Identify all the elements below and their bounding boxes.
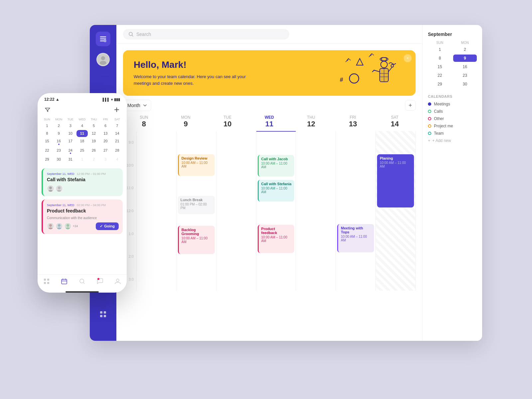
svg-rect-6 (104, 315, 106, 317)
svg-rect-4 (104, 311, 106, 314)
meetings-dot (428, 102, 431, 106)
svg-point-28 (49, 227, 53, 229)
search-placeholder: Search (136, 32, 151, 37)
close-banner-button[interactable]: × (404, 54, 412, 62)
event-call-stefania[interactable]: Call with Stefania 10:00 AM – 11:00 AM (258, 180, 295, 201)
today-mini[interactable]: 9 (453, 55, 477, 62)
mobile-add-button[interactable] (112, 105, 121, 114)
calendar-item-team[interactable]: Team (428, 131, 477, 136)
event-meeting-tops[interactable]: Meeting with Tops 10:00 AM – 11:00 AM (337, 224, 374, 252)
svg-line-42 (83, 283, 84, 284)
calendar-toolbar: Month + (116, 96, 422, 115)
svg-point-25 (58, 187, 61, 189)
mobile-toolbar (38, 104, 127, 117)
mobile-event-product-feedback[interactable]: September 11, WED 02:00 PM – 04:00 PM Pr… (42, 200, 123, 234)
other-dot (428, 117, 431, 120)
mobile-status-icons: ▌▌▌ ▾ ▮▮▮ (103, 97, 120, 102)
day-col-fri: FRI 13 (332, 115, 374, 128)
calendar-item-calls[interactable]: Calls (428, 109, 477, 114)
avatar-5 (64, 222, 71, 230)
mobile-bottom-nav (38, 274, 127, 290)
svg-rect-12 (382, 58, 386, 61)
day-col-11: Call with Jacob 10:00 AM – 11:00 AM Call… (256, 131, 296, 291)
team-dot (428, 132, 431, 135)
event-design-review[interactable]: Design Review 10:00 AM – 11:00 AM (178, 154, 215, 176)
svg-rect-36 (47, 282, 49, 284)
going-button[interactable]: ✓ Going (96, 222, 119, 230)
svg-rect-34 (47, 279, 49, 281)
nav-search[interactable] (73, 278, 91, 285)
event-planing[interactable]: Planing 10:00 AM – 11:00 AM (377, 154, 414, 207)
avatar-count: +24 (73, 224, 78, 228)
time-grid: 9:0 10:0 11:0 12:0 1:0 2:0 3:0 Design Re… (123, 131, 416, 291)
day-col-tue: TUE 10 (206, 115, 248, 128)
event-product-feedback[interactable]: Product feedback 10:00 AM – 11:00 AM (258, 225, 295, 253)
user-avatar[interactable] (96, 53, 110, 66)
avatar-2 (56, 185, 63, 192)
calendar-item-meetings[interactable]: Meetings (428, 102, 477, 106)
avatar-1 (47, 185, 54, 192)
filter-icon[interactable] (43, 105, 52, 114)
calendars-section-title: CALENDARS (428, 94, 477, 98)
mobile-cal-grid: SUN MON TUE WED THU FRI SAT 1 2 3 4 5 6 … (42, 117, 123, 163)
nav-profile[interactable] (109, 278, 127, 285)
mobile-status-bar: 12:22 ▲ ▌▌▌ ▾ ▮▮▮ (38, 93, 127, 104)
welcome-banner: × Hello, Mark! Welcome to your team cale… (123, 50, 416, 96)
svg-point-41 (80, 279, 84, 283)
add-event-button[interactable]: + (405, 100, 416, 111)
app-logo (96, 32, 110, 46)
day-col-13: Meeting with Tops 10:00 AM – 11:00 AM (336, 131, 376, 291)
svg-rect-5 (100, 315, 102, 317)
nav-calendar[interactable] (56, 278, 73, 285)
main-area: Search × Hello, Mark! Welcome to your te… (116, 25, 422, 341)
add-new-calendar-button[interactable]: + + Add new (428, 138, 477, 143)
mobile-event-call-stefania[interactable]: September 11, WED 12:00 PM – 01:00 PM Ca… (42, 168, 123, 196)
day-col-sun: SUN 8 (123, 115, 165, 128)
event-call-jacob[interactable]: Call with Jacob 10:00 AM – 11:00 AM (258, 155, 295, 177)
calendar-item-other[interactable]: Other (428, 116, 477, 121)
mobile-today[interactable]: 11 (76, 130, 87, 137)
mobile-events-list: September 11, WED 12:00 PM – 01:00 PM Ca… (38, 166, 127, 274)
svg-point-29 (58, 224, 61, 227)
day-col-mon: MON 9 (165, 115, 207, 128)
product-feedback-avatars: +24 ✓ Going (47, 222, 119, 230)
day-col-wed[interactable]: WED 11 (248, 115, 290, 128)
mini-calendar: SUN MON 1 2 8 9 15 16 22 23 29 30 (428, 41, 477, 88)
grid-icon[interactable] (96, 308, 110, 321)
day-col-sat: SAT 14 (374, 115, 416, 128)
svg-point-31 (66, 224, 69, 227)
calls-dot (428, 110, 431, 113)
view-selector[interactable]: Month (123, 100, 151, 111)
svg-point-43 (116, 279, 119, 282)
mobile-time: 12:22 ▲ (44, 97, 60, 102)
svg-rect-37 (62, 279, 67, 284)
day-col-8 (137, 131, 177, 291)
day-col-12 (296, 131, 336, 291)
going-label: Going (104, 224, 115, 228)
svg-rect-3 (100, 311, 102, 314)
calendar-item-project[interactable]: Project me (428, 124, 477, 128)
mobile-app: 12:22 ▲ ▌▌▌ ▾ ▮▮▮ SUN MON TUE WED T (38, 93, 127, 293)
event-lunch-break[interactable]: Lunch Break 01:00 PM – 02:00 PM (178, 196, 215, 214)
view-label: Month (127, 103, 140, 108)
svg-point-27 (49, 224, 52, 227)
event-backlog-grooming[interactable]: Backlog Grooming 10:00 AM – 11:00 AM (178, 226, 215, 254)
project-dot (428, 124, 431, 128)
svg-rect-35 (44, 282, 46, 284)
nav-chat[interactable] (91, 278, 109, 285)
svg-point-2 (100, 61, 106, 65)
nav-home[interactable] (38, 278, 56, 285)
day-columns: Design Review 10:00 AM – 11:00 AM Lunch … (136, 131, 416, 291)
svg-point-10 (349, 74, 359, 83)
banner-illustration: # (336, 54, 402, 93)
add-new-label: + Add new (432, 138, 451, 143)
banner-subtitle: Welcome to your team calendar. Here you … (134, 73, 260, 86)
day-col-thu: THU 12 (290, 115, 332, 128)
day-col-10 (216, 131, 256, 291)
search-bar[interactable]: Search (123, 29, 289, 40)
event-avatars (47, 185, 119, 192)
svg-line-8 (132, 35, 133, 36)
mini-cal-month: September (428, 32, 477, 37)
svg-point-30 (57, 227, 61, 229)
day-col-14: Planing 10:00 AM – 11:00 AM (376, 131, 416, 291)
